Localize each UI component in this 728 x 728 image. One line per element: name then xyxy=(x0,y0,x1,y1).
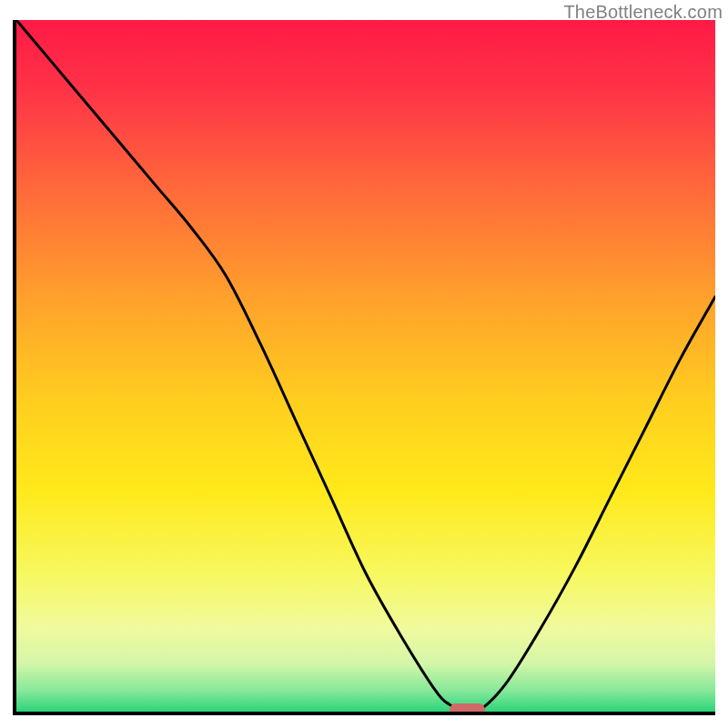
bottleneck-curve xyxy=(16,20,715,712)
optimum-marker xyxy=(450,703,484,715)
watermark-text: TheBottleneck.com xyxy=(563,2,723,23)
plot-area xyxy=(13,20,715,715)
chart-container: TheBottleneck.com xyxy=(0,0,728,728)
